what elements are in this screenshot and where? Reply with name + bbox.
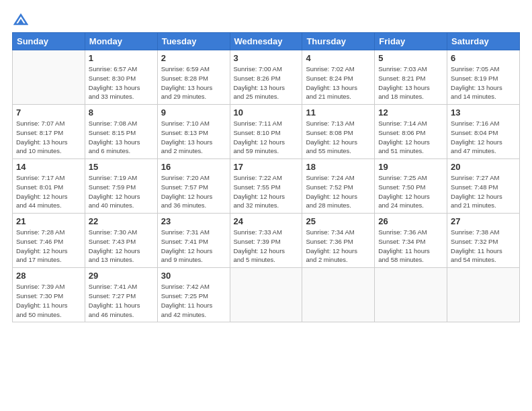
day-info: Sunrise: 7:38 AMSunset: 7:32 PMDaylight:… — [451, 228, 516, 265]
calendar-cell: 28Sunrise: 7:39 AMSunset: 7:30 PMDayligh… — [13, 268, 85, 322]
day-info: Sunrise: 7:11 AMSunset: 8:10 PMDaylight:… — [234, 119, 299, 156]
calendar-header-wednesday: Wednesday — [230, 33, 302, 50]
day-info: Sunrise: 7:31 AMSunset: 7:41 PMDaylight:… — [161, 228, 226, 265]
day-number: 8 — [89, 107, 154, 118]
calendar-week-1: 1Sunrise: 6:57 AMSunset: 8:30 PMDaylight… — [13, 50, 520, 105]
calendar-week-4: 21Sunrise: 7:28 AMSunset: 7:46 PMDayligh… — [13, 214, 520, 268]
day-info: Sunrise: 7:13 AMSunset: 8:08 PMDaylight:… — [306, 119, 371, 156]
day-info: Sunrise: 7:20 AMSunset: 7:57 PMDaylight:… — [161, 173, 226, 210]
day-number: 10 — [234, 107, 299, 118]
calendar-cell: 6Sunrise: 7:05 AMSunset: 8:19 PMDaylight… — [447, 50, 520, 105]
day-number: 20 — [451, 162, 516, 172]
logo-icon — [13, 13, 28, 26]
calendar-cell: 8Sunrise: 7:08 AMSunset: 8:15 PMDaylight… — [85, 105, 157, 159]
calendar-cell: 1Sunrise: 6:57 AMSunset: 8:30 PMDaylight… — [85, 50, 157, 105]
day-number: 30 — [161, 271, 226, 281]
day-info: Sunrise: 7:05 AMSunset: 8:19 PMDaylight:… — [451, 64, 516, 101]
day-number: 24 — [234, 216, 299, 226]
day-number: 13 — [451, 107, 516, 118]
day-number: 22 — [89, 216, 154, 226]
calendar-cell: 10Sunrise: 7:11 AMSunset: 8:10 PMDayligh… — [230, 105, 302, 159]
calendar-cell: 16Sunrise: 7:20 AMSunset: 7:57 PMDayligh… — [157, 159, 230, 214]
day-number: 3 — [234, 53, 299, 63]
calendar-cell — [447, 268, 520, 322]
day-number: 29 — [89, 271, 154, 281]
calendar-header-monday: Monday — [85, 33, 157, 50]
calendar-cell: 25Sunrise: 7:34 AMSunset: 7:36 PMDayligh… — [302, 214, 375, 268]
calendar-header-sunday: Sunday — [13, 33, 85, 50]
calendar-week-2: 7Sunrise: 7:07 AMSunset: 8:17 PMDaylight… — [13, 105, 520, 159]
day-info: Sunrise: 7:14 AMSunset: 8:06 PMDaylight:… — [378, 119, 443, 156]
calendar-cell: 30Sunrise: 7:42 AMSunset: 7:25 PMDayligh… — [157, 268, 230, 322]
day-info: Sunrise: 7:24 AMSunset: 7:52 PMDaylight:… — [306, 173, 371, 210]
calendar-cell: 2Sunrise: 6:59 AMSunset: 8:28 PMDaylight… — [157, 50, 230, 105]
day-number: 4 — [306, 53, 371, 63]
day-info: Sunrise: 7:22 AMSunset: 7:55 PMDaylight:… — [234, 173, 299, 210]
day-info: Sunrise: 7:28 AMSunset: 7:46 PMDaylight:… — [16, 228, 81, 265]
day-number: 7 — [16, 107, 81, 118]
calendar-cell: 15Sunrise: 7:19 AMSunset: 7:59 PMDayligh… — [85, 159, 157, 214]
day-info: Sunrise: 7:36 AMSunset: 7:34 PMDaylight:… — [378, 228, 443, 265]
day-info: Sunrise: 7:07 AMSunset: 8:17 PMDaylight:… — [16, 119, 81, 156]
day-info: Sunrise: 7:02 AMSunset: 8:24 PMDaylight:… — [306, 64, 371, 101]
day-number: 28 — [16, 271, 81, 281]
calendar-cell: 18Sunrise: 7:24 AMSunset: 7:52 PMDayligh… — [302, 159, 375, 214]
day-number: 16 — [161, 162, 226, 172]
calendar-cell: 23Sunrise: 7:31 AMSunset: 7:41 PMDayligh… — [157, 214, 230, 268]
calendar-cell — [302, 268, 375, 322]
day-info: Sunrise: 7:27 AMSunset: 7:48 PMDaylight:… — [451, 173, 516, 210]
calendar-cell: 21Sunrise: 7:28 AMSunset: 7:46 PMDayligh… — [13, 214, 85, 268]
calendar-header-tuesday: Tuesday — [157, 33, 230, 50]
calendar-week-3: 14Sunrise: 7:17 AMSunset: 8:01 PMDayligh… — [13, 159, 520, 214]
day-info: Sunrise: 7:19 AMSunset: 7:59 PMDaylight:… — [89, 173, 154, 210]
calendar-cell: 5Sunrise: 7:03 AMSunset: 8:21 PMDaylight… — [375, 50, 447, 105]
calendar-cell: 27Sunrise: 7:38 AMSunset: 7:32 PMDayligh… — [447, 214, 520, 268]
calendar-cell: 20Sunrise: 7:27 AMSunset: 7:48 PMDayligh… — [447, 159, 520, 214]
day-info: Sunrise: 7:16 AMSunset: 8:04 PMDaylight:… — [451, 119, 516, 156]
calendar-cell — [13, 50, 85, 105]
calendar-cell: 11Sunrise: 7:13 AMSunset: 8:08 PMDayligh… — [302, 105, 375, 159]
calendar-cell: 19Sunrise: 7:25 AMSunset: 7:50 PMDayligh… — [375, 159, 447, 214]
day-info: Sunrise: 7:25 AMSunset: 7:50 PMDaylight:… — [378, 173, 443, 210]
day-number: 19 — [378, 162, 443, 172]
day-info: Sunrise: 7:08 AMSunset: 8:15 PMDaylight:… — [89, 119, 154, 156]
calendar-cell: 24Sunrise: 7:33 AMSunset: 7:39 PMDayligh… — [230, 214, 302, 268]
calendar-cell: 14Sunrise: 7:17 AMSunset: 8:01 PMDayligh… — [13, 159, 85, 214]
calendar-cell: 3Sunrise: 7:00 AMSunset: 8:26 PMDaylight… — [230, 50, 302, 105]
calendar-cell: 17Sunrise: 7:22 AMSunset: 7:55 PMDayligh… — [230, 159, 302, 214]
day-info: Sunrise: 7:30 AMSunset: 7:43 PMDaylight:… — [89, 228, 154, 265]
day-info: Sunrise: 7:42 AMSunset: 7:25 PMDaylight:… — [161, 282, 226, 319]
day-info: Sunrise: 7:33 AMSunset: 7:39 PMDaylight:… — [234, 228, 299, 265]
calendar-cell: 29Sunrise: 7:41 AMSunset: 7:27 PMDayligh… — [85, 268, 157, 322]
day-info: Sunrise: 7:10 AMSunset: 8:13 PMDaylight:… — [161, 119, 226, 156]
day-info: Sunrise: 7:39 AMSunset: 7:30 PMDaylight:… — [16, 282, 81, 319]
calendar-cell: 13Sunrise: 7:16 AMSunset: 8:04 PMDayligh… — [447, 105, 520, 159]
day-number: 25 — [306, 216, 371, 226]
calendar-cell: 26Sunrise: 7:36 AMSunset: 7:34 PMDayligh… — [375, 214, 447, 268]
day-info: Sunrise: 7:17 AMSunset: 8:01 PMDaylight:… — [16, 173, 81, 210]
day-number: 23 — [161, 216, 226, 226]
calendar-cell: 22Sunrise: 7:30 AMSunset: 7:43 PMDayligh… — [85, 214, 157, 268]
day-number: 2 — [161, 53, 226, 63]
day-info: Sunrise: 6:57 AMSunset: 8:30 PMDaylight:… — [89, 64, 154, 101]
calendar-cell: 7Sunrise: 7:07 AMSunset: 8:17 PMDaylight… — [13, 105, 85, 159]
day-number: 6 — [451, 53, 516, 63]
day-info: Sunrise: 7:41 AMSunset: 7:27 PMDaylight:… — [89, 282, 154, 319]
day-number: 27 — [451, 216, 516, 226]
day-info: Sunrise: 7:34 AMSunset: 7:36 PMDaylight:… — [306, 228, 371, 265]
day-number: 21 — [16, 216, 81, 226]
day-number: 11 — [306, 107, 371, 118]
day-info: Sunrise: 7:00 AMSunset: 8:26 PMDaylight:… — [234, 64, 299, 101]
calendar-cell: 9Sunrise: 7:10 AMSunset: 8:13 PMDaylight… — [157, 105, 230, 159]
calendar-cell: 12Sunrise: 7:14 AMSunset: 8:06 PMDayligh… — [375, 105, 447, 159]
calendar-cell — [375, 268, 447, 322]
calendar-header-friday: Friday — [375, 33, 447, 50]
day-number: 26 — [378, 216, 443, 226]
calendar: SundayMondayTuesdayWednesdayThursdayFrid… — [12, 32, 520, 322]
calendar-header-saturday: Saturday — [447, 33, 520, 50]
day-number: 12 — [378, 107, 443, 118]
day-info: Sunrise: 7:03 AMSunset: 8:21 PMDaylight:… — [378, 64, 443, 101]
day-number: 17 — [234, 162, 299, 172]
day-info: Sunrise: 6:59 AMSunset: 8:28 PMDaylight:… — [161, 64, 226, 101]
calendar-week-5: 28Sunrise: 7:39 AMSunset: 7:30 PMDayligh… — [13, 268, 520, 322]
